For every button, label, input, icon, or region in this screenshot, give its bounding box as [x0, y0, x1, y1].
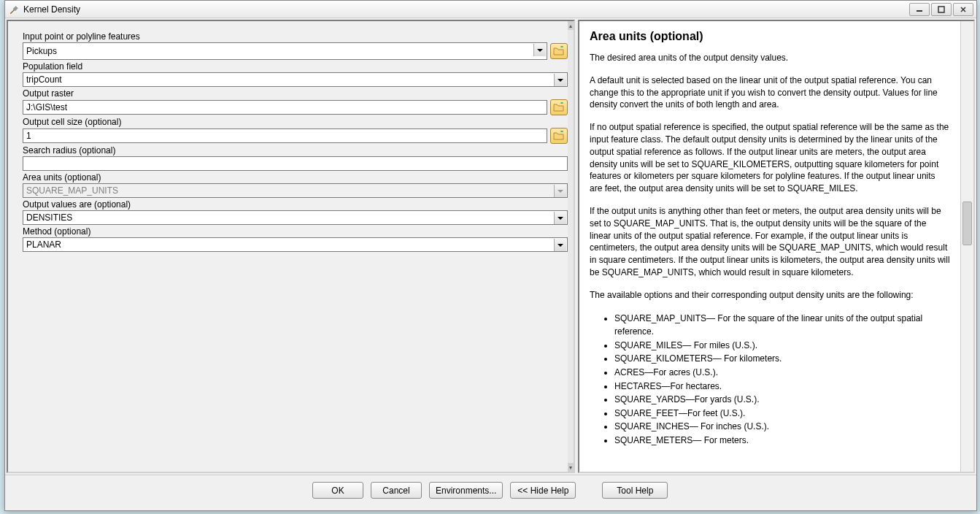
button-bar: OK Cancel Environments... << Hide Help T… [5, 475, 976, 505]
help-paragraph: If the output units is anything other th… [590, 205, 950, 279]
scroll-up-icon[interactable]: ▴ [568, 21, 574, 30]
scroll-thumb[interactable] [962, 202, 972, 245]
window-title: Kernel Density [23, 4, 909, 15]
scrollbar[interactable] [960, 21, 973, 472]
titlebar[interactable]: Kernel Density [5, 1, 976, 18]
parameters-panel: Input point or polyline features Pickups… [7, 20, 575, 473]
chevron-down-icon [554, 212, 566, 224]
scroll-down-icon[interactable]: ▾ [568, 463, 574, 472]
output-raster-input[interactable]: J:\GIS\test [23, 100, 547, 115]
help-options-list: SQUARE_MAP_UNITS— For the square of the … [614, 312, 950, 448]
area-units-dropdown[interactable]: SQUARE_MAP_UNITS [23, 183, 568, 198]
label-output-raster: Output raster [23, 88, 568, 99]
output-raster-value: J:\GIS\test [26, 102, 67, 112]
svg-rect-1 [938, 7, 944, 12]
hammer-icon [8, 4, 20, 15]
population-field-value: tripCount [26, 74, 62, 85]
svg-rect-0 [917, 10, 922, 12]
population-field-dropdown[interactable]: tripCount [23, 72, 568, 87]
method-value: PLANAR [26, 239, 61, 250]
help-paragraph: A default unit is selected based on the … [590, 74, 950, 111]
hide-help-button[interactable]: << Hide Help [510, 482, 576, 499]
cell-size-value: 1 [26, 131, 31, 141]
chevron-down-icon [554, 74, 566, 86]
chevron-down-icon [554, 185, 566, 197]
search-radius-input[interactable] [23, 156, 568, 171]
scrollbar[interactable]: ▴ ▾ [568, 21, 574, 472]
list-item: SQUARE_METERS— For meters. [614, 434, 950, 448]
output-values-value: DENSITIES [26, 212, 72, 223]
cell-size-input[interactable]: 1 [23, 128, 547, 143]
label-cell-size: Output cell size (optional) [23, 117, 568, 127]
help-paragraph: If no output spatial reference is specif… [590, 121, 950, 195]
minimize-button[interactable] [909, 3, 930, 16]
help-title: Area units (optional) [590, 30, 950, 43]
tool-help-button[interactable]: Tool Help [602, 482, 668, 499]
browse-button[interactable] [550, 43, 568, 59]
ok-button[interactable]: OK [312, 482, 363, 499]
chevron-down-icon [554, 239, 566, 251]
label-search-radius: Search radius (optional) [23, 145, 568, 156]
label-output-values: Output values are (optional) [23, 199, 568, 210]
browse-button[interactable] [550, 128, 568, 144]
list-item: HECTARES—For hectares. [614, 380, 950, 394]
label-method: Method (optional) [23, 226, 568, 237]
help-paragraph: The desired area units of the output den… [590, 52, 950, 64]
output-values-dropdown[interactable]: DENSITIES [23, 210, 568, 225]
label-input-features: Input point or polyline features [23, 31, 568, 42]
list-item: SQUARE_YARDS—For yards (U.S.). [614, 393, 950, 407]
input-features-value: Pickups [26, 46, 57, 56]
help-panel: Area units (optional) The desired area u… [578, 20, 975, 473]
cancel-button[interactable]: Cancel [371, 482, 422, 499]
dialog-window: Kernel Density Input point or polyline f… [4, 0, 977, 511]
list-item: SQUARE_INCHES— For inches (U.S.). [614, 420, 950, 434]
help-paragraph: The available options and their correspo… [590, 289, 950, 302]
environments-button[interactable]: Environments... [429, 482, 503, 499]
label-area-units: Area units (optional) [23, 172, 568, 183]
label-population-field: Population field [23, 61, 568, 72]
maximize-button[interactable] [931, 3, 952, 16]
list-item: SQUARE_MILES— For miles (U.S.). [614, 339, 950, 353]
close-button[interactable] [953, 3, 973, 16]
input-features-dropdown[interactable]: Pickups [23, 42, 547, 60]
area-units-value: SQUARE_MAP_UNITS [26, 185, 118, 196]
browse-button[interactable] [550, 99, 568, 115]
list-item: ACRES—For acres (U.S.). [614, 366, 950, 380]
chevron-down-icon [533, 44, 546, 56]
method-dropdown[interactable]: PLANAR [23, 237, 568, 252]
list-item: SQUARE_KILOMETERS— For kilometers. [614, 352, 950, 366]
list-item: SQUARE_MAP_UNITS— For the square of the … [614, 312, 950, 339]
list-item: SQUARE_FEET—For feet (U.S.). [614, 407, 950, 421]
